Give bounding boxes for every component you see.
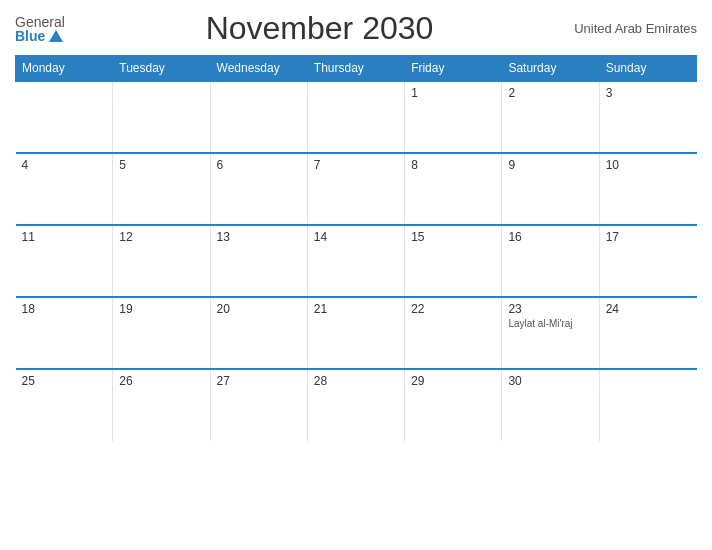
weekday-header: Sunday bbox=[599, 56, 696, 82]
day-number: 6 bbox=[217, 158, 301, 172]
calendar-cell: 1 bbox=[405, 81, 502, 153]
calendar-cell: 8 bbox=[405, 153, 502, 225]
calendar-cell bbox=[210, 81, 307, 153]
day-number: 30 bbox=[508, 374, 592, 388]
day-number: 23 bbox=[508, 302, 592, 316]
calendar-cell: 4 bbox=[16, 153, 113, 225]
day-number: 5 bbox=[119, 158, 203, 172]
calendar-cell: 27 bbox=[210, 369, 307, 441]
day-number: 28 bbox=[314, 374, 398, 388]
calendar-cell: 23Laylat al-Mi'raj bbox=[502, 297, 599, 369]
logo-blue-text: Blue bbox=[15, 29, 45, 43]
calendar-tbody: 1234567891011121314151617181920212223Lay… bbox=[16, 81, 697, 441]
calendar-cell bbox=[113, 81, 210, 153]
calendar-cell: 12 bbox=[113, 225, 210, 297]
day-number: 18 bbox=[22, 302, 107, 316]
day-number: 29 bbox=[411, 374, 495, 388]
calendar-cell: 2 bbox=[502, 81, 599, 153]
day-number: 10 bbox=[606, 158, 691, 172]
day-number: 9 bbox=[508, 158, 592, 172]
calendar-cell: 13 bbox=[210, 225, 307, 297]
day-number: 26 bbox=[119, 374, 203, 388]
calendar-cell: 10 bbox=[599, 153, 696, 225]
day-number: 8 bbox=[411, 158, 495, 172]
day-number: 16 bbox=[508, 230, 592, 244]
calendar-week-row: 11121314151617 bbox=[16, 225, 697, 297]
calendar-cell: 17 bbox=[599, 225, 696, 297]
day-number: 13 bbox=[217, 230, 301, 244]
calendar-cell: 16 bbox=[502, 225, 599, 297]
calendar-cell: 18 bbox=[16, 297, 113, 369]
country-label: United Arab Emirates bbox=[574, 21, 697, 36]
calendar-week-row: 252627282930 bbox=[16, 369, 697, 441]
weekday-header-row: MondayTuesdayWednesdayThursdayFridaySatu… bbox=[16, 56, 697, 82]
day-number: 7 bbox=[314, 158, 398, 172]
calendar-cell: 15 bbox=[405, 225, 502, 297]
calendar-cell: 21 bbox=[307, 297, 404, 369]
calendar-cell: 19 bbox=[113, 297, 210, 369]
day-number: 19 bbox=[119, 302, 203, 316]
calendar-cell: 9 bbox=[502, 153, 599, 225]
weekday-header: Friday bbox=[405, 56, 502, 82]
weekday-header: Thursday bbox=[307, 56, 404, 82]
logo: General Blue bbox=[15, 15, 65, 43]
calendar-cell bbox=[599, 369, 696, 441]
day-number: 3 bbox=[606, 86, 691, 100]
calendar-cell: 29 bbox=[405, 369, 502, 441]
calendar-wrapper: General Blue November 2030 United Arab E… bbox=[0, 0, 712, 550]
weekday-header: Saturday bbox=[502, 56, 599, 82]
day-number: 21 bbox=[314, 302, 398, 316]
event-label: Laylat al-Mi'raj bbox=[508, 318, 592, 329]
logo-general-text: General bbox=[15, 15, 65, 29]
calendar-thead: MondayTuesdayWednesdayThursdayFridaySatu… bbox=[16, 56, 697, 82]
calendar-cell: 5 bbox=[113, 153, 210, 225]
calendar-week-row: 45678910 bbox=[16, 153, 697, 225]
day-number: 25 bbox=[22, 374, 107, 388]
day-number: 4 bbox=[22, 158, 107, 172]
calendar-cell bbox=[307, 81, 404, 153]
calendar-cell: 3 bbox=[599, 81, 696, 153]
day-number: 11 bbox=[22, 230, 107, 244]
calendar-cell: 28 bbox=[307, 369, 404, 441]
calendar-cell: 25 bbox=[16, 369, 113, 441]
calendar-cell: 26 bbox=[113, 369, 210, 441]
logo-triangle-icon bbox=[49, 30, 63, 42]
calendar-cell: 24 bbox=[599, 297, 696, 369]
calendar-cell bbox=[16, 81, 113, 153]
calendar-week-row: 123 bbox=[16, 81, 697, 153]
day-number: 1 bbox=[411, 86, 495, 100]
calendar-cell: 14 bbox=[307, 225, 404, 297]
weekday-header: Wednesday bbox=[210, 56, 307, 82]
calendar-cell: 22 bbox=[405, 297, 502, 369]
day-number: 2 bbox=[508, 86, 592, 100]
calendar-title: November 2030 bbox=[65, 10, 574, 47]
day-number: 20 bbox=[217, 302, 301, 316]
day-number: 17 bbox=[606, 230, 691, 244]
day-number: 14 bbox=[314, 230, 398, 244]
day-number: 27 bbox=[217, 374, 301, 388]
calendar-table: MondayTuesdayWednesdayThursdayFridaySatu… bbox=[15, 55, 697, 441]
calendar-header: General Blue November 2030 United Arab E… bbox=[15, 10, 697, 47]
calendar-cell: 6 bbox=[210, 153, 307, 225]
calendar-cell: 20 bbox=[210, 297, 307, 369]
weekday-header: Tuesday bbox=[113, 56, 210, 82]
day-number: 12 bbox=[119, 230, 203, 244]
day-number: 22 bbox=[411, 302, 495, 316]
day-number: 24 bbox=[606, 302, 691, 316]
day-number: 15 bbox=[411, 230, 495, 244]
calendar-cell: 7 bbox=[307, 153, 404, 225]
calendar-cell: 30 bbox=[502, 369, 599, 441]
calendar-week-row: 181920212223Laylat al-Mi'raj24 bbox=[16, 297, 697, 369]
weekday-header: Monday bbox=[16, 56, 113, 82]
calendar-cell: 11 bbox=[16, 225, 113, 297]
